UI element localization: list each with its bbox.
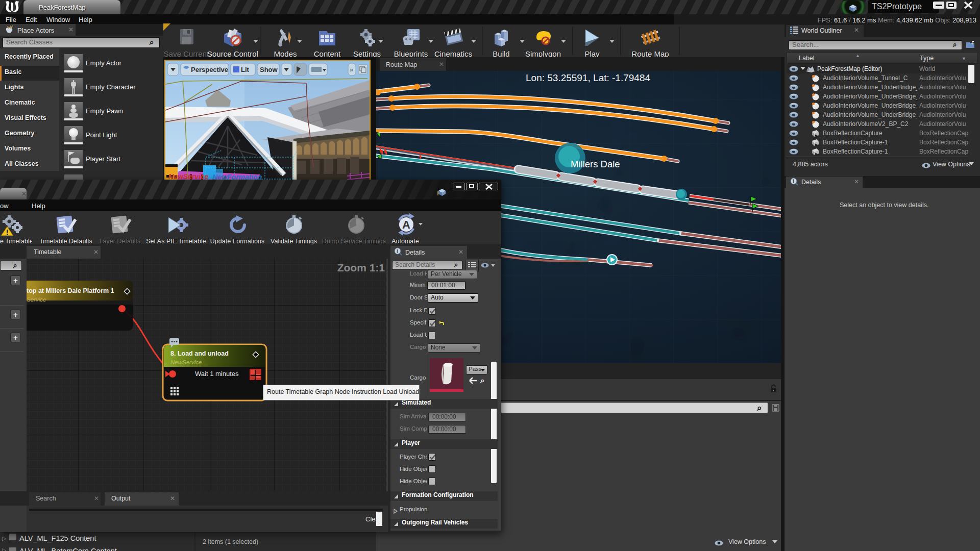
- svg-text:8. Load and unload: 8. Load and unload: [170, 350, 229, 357]
- svg-text:Show: Show: [260, 66, 278, 73]
- svg-text:i: i: [397, 248, 398, 254]
- svg-text:NewService: NewService: [168, 172, 209, 180]
- svg-text:NewService: NewService: [170, 359, 202, 365]
- svg-text:A: A: [402, 218, 410, 231]
- svg-text:Service: Service: [27, 296, 46, 303]
- svg-text:top at Millers Dale Platform 1: top at Millers Dale Platform 1: [27, 287, 114, 294]
- svg-text:Millers Dale: Millers Dale: [571, 159, 620, 169]
- svg-text:Lit: Lit: [241, 66, 250, 73]
- svg-text:+: +: [971, 41, 973, 46]
- svg-text:NewFormation: NewFormation: [212, 173, 262, 180]
- svg-text:»: »: [350, 66, 353, 73]
- svg-text:Perspective: Perspective: [191, 66, 228, 73]
- svg-text:i: i: [793, 179, 794, 184]
- svg-text:Wait 1 minutes: Wait 1 minutes: [195, 370, 239, 378]
